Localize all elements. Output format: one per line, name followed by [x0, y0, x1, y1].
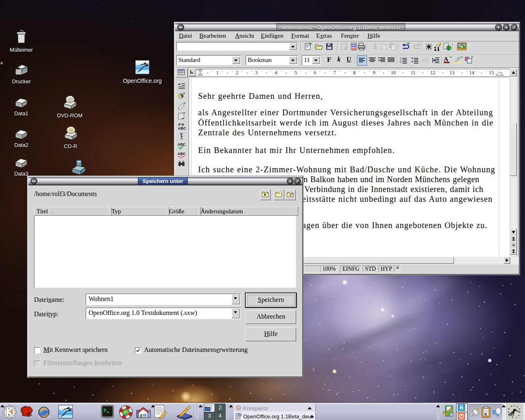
svg-text:A: A: [444, 56, 448, 62]
svg-text:ABC: ABC: [178, 126, 186, 130]
svg-text:ABC: ABC: [178, 142, 186, 146]
svg-text:n: n: [450, 413, 452, 416]
svg-text:B: B: [182, 123, 184, 126]
svg-text:2: 2: [399, 60, 402, 64]
svg-text:ABC: ABC: [178, 152, 186, 156]
svg-text:K: K: [484, 412, 488, 417]
svg-text:A: A: [178, 123, 180, 126]
